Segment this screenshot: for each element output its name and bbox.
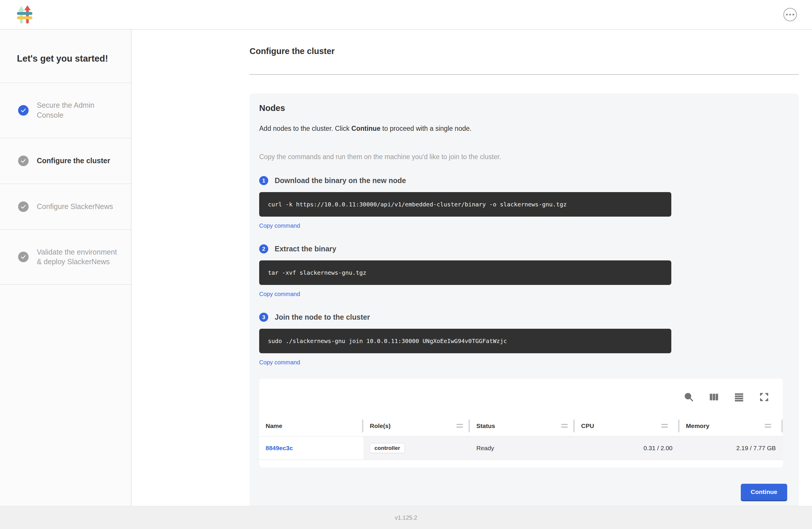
version-label: v1.125.2 (395, 514, 417, 521)
step-title: Download the binary on the new node (275, 176, 406, 185)
app-footer: v1.125.2 (0, 506, 812, 529)
node-name-cell: 8849ec3c (259, 437, 363, 459)
node-status-cell: Ready (470, 437, 575, 459)
nodes-card-title: Nodes (259, 103, 787, 113)
sidebar-item-secure-admin-console[interactable]: Secure the Admin Console (0, 83, 131, 138)
fullscreen-icon[interactable] (758, 391, 770, 403)
check-circle-icon (18, 252, 29, 262)
main-panel: Configure the cluster Nodes Add nodes to… (131, 29, 812, 506)
column-header-roles[interactable]: Role(s) (363, 415, 470, 436)
join-step-2: 2 Extract the binary tar -xvf slackernew… (259, 244, 787, 298)
ellipsis-icon (786, 14, 788, 15)
sidebar-item-label: Validate the environment & deploy Slacke… (37, 247, 119, 267)
step-number-badge: 2 (259, 244, 268, 253)
more-menu-button[interactable] (783, 8, 797, 21)
continue-button[interactable]: Continue (741, 484, 787, 501)
sidebar-title: Let's get you started! (0, 29, 131, 83)
node-roles-cell: controller (363, 437, 470, 459)
column-menu-icon[interactable] (456, 424, 463, 428)
step-number-badge: 3 (259, 313, 268, 322)
slackernews-logo-icon (17, 5, 33, 24)
step-title: Join the node to the cluster (275, 313, 370, 321)
role-chip: controller (370, 443, 405, 453)
app-window: Let's get you started! Secure the Admin … (0, 0, 812, 529)
nodes-card: Nodes Add nodes to the cluster. Click Co… (249, 94, 799, 506)
table-toolbar (259, 378, 783, 415)
setup-sidebar: Let's get you started! Secure the Admin … (0, 29, 131, 506)
ellipsis-icon (793, 14, 794, 15)
ellipsis-icon (789, 14, 791, 15)
column-header-cpu[interactable]: CPU (575, 415, 680, 436)
nodes-card-intro: Add nodes to the cluster. Click Continue… (259, 125, 787, 132)
step-number-badge: 1 (259, 176, 268, 185)
nodes-table: Name Role(s) Status (259, 378, 783, 468)
columns-icon[interactable] (708, 391, 720, 403)
density-icon[interactable] (733, 391, 745, 403)
copy-command-link[interactable]: Copy command (259, 223, 300, 229)
copy-command-link[interactable]: Copy command (259, 359, 300, 366)
sidebar-item-label: Configure SlackerNews (37, 202, 113, 212)
node-memory-cell: 2.19 / 7.77 GB (680, 437, 783, 459)
column-header-memory[interactable]: Memory (680, 415, 783, 436)
sidebar-item-label: Configure the cluster (37, 156, 110, 166)
column-menu-icon[interactable] (662, 424, 668, 428)
data-grid: Name Role(s) Status (259, 415, 783, 468)
column-menu-icon[interactable] (561, 424, 568, 428)
table-row[interactable]: 8849ec3c controller Ready 0.31 / 2.00 2.… (259, 437, 783, 460)
node-name-link[interactable]: 8849ec3c (266, 445, 293, 452)
join-step-1: 1 Download the binary on the new node cu… (259, 176, 787, 229)
sidebar-item-validate-deploy[interactable]: Validate the environment & deploy Slacke… (0, 230, 131, 285)
search-icon[interactable] (683, 391, 695, 403)
column-separator[interactable] (781, 419, 783, 432)
sidebar-item-configure-slackernews[interactable]: Configure SlackerNews (0, 184, 131, 230)
check-circle-icon (18, 201, 29, 212)
copy-command-link[interactable]: Copy command (259, 291, 300, 298)
column-menu-icon[interactable] (765, 424, 771, 428)
step-title: Extract the binary (275, 245, 336, 253)
title-divider (249, 74, 799, 75)
column-header-status[interactable]: Status (470, 415, 575, 436)
table-header-row: Name Role(s) Status (259, 415, 783, 437)
sidebar-item-configure-cluster[interactable]: Configure the cluster (0, 138, 131, 184)
column-header-name[interactable]: Name (259, 415, 363, 436)
command-code-block[interactable]: sudo ./slackernews-gnu join 10.0.0.11:30… (259, 329, 671, 353)
check-circle-icon (18, 156, 29, 166)
command-code-block[interactable]: curl -k https://10.0.0.11:30000/api/v1/e… (259, 192, 671, 217)
table-bottom-spacer (259, 460, 783, 468)
node-cpu-cell: 0.31 / 2.00 (575, 437, 680, 459)
page-title: Configure the cluster (249, 46, 799, 56)
sidebar-item-label: Secure the Admin Console (37, 100, 119, 120)
top-header (0, 0, 812, 29)
join-step-3: 3 Join the node to the cluster sudo ./sl… (259, 313, 787, 366)
join-instructions: Copy the commands and run them on the ma… (259, 153, 787, 161)
check-circle-icon (18, 105, 29, 116)
setup-step-list: Secure the Admin Console Configure the c… (0, 83, 131, 285)
command-code-block[interactable]: tar -xvf slackernews-gnu.tgz (259, 260, 671, 285)
